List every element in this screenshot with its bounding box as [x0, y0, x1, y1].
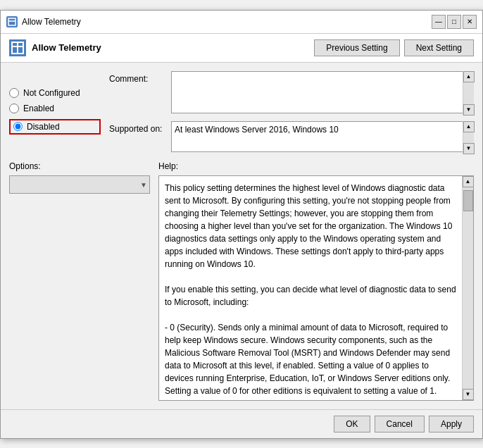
help-label: Help:	[158, 161, 474, 171]
window-icon	[6, 16, 18, 27]
header-title: Allow Telemetry	[32, 42, 101, 53]
options-label: Options:	[9, 161, 150, 171]
disabled-option[interactable]: Disabled	[9, 119, 101, 135]
close-button[interactable]: ✕	[463, 15, 477, 29]
scroll-down-arrow[interactable]: ▼	[463, 104, 475, 116]
svg-rect-0	[8, 18, 15, 25]
title-bar-left: Allow Telemetry	[6, 16, 81, 27]
disabled-label: Disabled	[27, 122, 60, 132]
ok-button[interactable]: OK	[334, 416, 370, 433]
options-dropdown[interactable]	[9, 175, 150, 194]
content-area: Not Configured Enabled Disabled Comment:	[1, 63, 482, 409]
comment-row: Comment: ▲ ▼	[109, 71, 474, 116]
not-configured-label: Not Configured	[23, 88, 80, 98]
not-configured-radio[interactable]	[9, 88, 19, 98]
header-icon	[9, 39, 26, 56]
not-configured-option[interactable]: Not Configured	[9, 88, 101, 98]
disabled-radio[interactable]	[13, 122, 23, 131]
help-scroll-thumb[interactable]	[463, 190, 473, 211]
help-text: This policy setting determines the highe…	[159, 176, 473, 400]
next-setting-button[interactable]: Next Setting	[404, 39, 474, 56]
footer: OK Cancel Apply	[1, 409, 482, 438]
scroll-up-arrow2[interactable]: ▲	[463, 121, 475, 132]
previous-setting-button[interactable]: Previous Setting	[314, 39, 399, 56]
help-scroll-track	[463, 187, 473, 389]
help-text-wrapper: This policy setting determines the highe…	[158, 175, 474, 401]
help-section: Help: This policy setting determines the…	[158, 161, 474, 401]
options-dropdown-wrapper: ▼	[9, 175, 150, 194]
supported-label: Supported on:	[109, 121, 165, 134]
supported-textarea	[171, 121, 474, 152]
window-title: Allow Telemetry	[22, 17, 81, 27]
scroll-track2	[463, 132, 474, 143]
cancel-button[interactable]: Cancel	[375, 416, 425, 433]
comment-wrapper: ▲ ▼	[171, 71, 474, 116]
enabled-label: Enabled	[23, 104, 54, 113]
bottom-section: Options: ▼ Help: This policy setting det…	[9, 161, 474, 401]
scroll-down-arrow2[interactable]: ▼	[463, 143, 475, 154]
scroll-track	[463, 82, 474, 104]
scroll-up-arrow[interactable]: ▲	[463, 71, 475, 82]
header-left: Allow Telemetry	[9, 39, 101, 56]
top-section: Not Configured Enabled Disabled Comment:	[9, 71, 474, 154]
enabled-radio[interactable]	[9, 104, 19, 113]
help-scroll-up[interactable]: ▲	[463, 176, 474, 187]
main-window: Allow Telemetry — □ ✕ Allow Telemetry Pr…	[0, 10, 483, 439]
radio-group: Not Configured Enabled Disabled	[9, 71, 101, 154]
comment-label: Comment:	[109, 71, 165, 84]
header-buttons: Previous Setting Next Setting	[314, 39, 474, 56]
header-bar: Allow Telemetry Previous Setting Next Se…	[1, 34, 482, 63]
comment-textarea[interactable]	[171, 71, 474, 113]
supported-row: Supported on: ▲ ▼	[109, 121, 474, 154]
minimize-button[interactable]: —	[432, 15, 446, 29]
apply-button[interactable]: Apply	[429, 416, 474, 433]
supported-wrapper: ▲ ▼	[171, 121, 474, 154]
maximize-button[interactable]: □	[447, 15, 461, 29]
enabled-option[interactable]: Enabled	[9, 104, 101, 113]
right-section: Comment: ▲ ▼ Supported on:	[109, 71, 474, 154]
window-controls: — □ ✕	[432, 15, 477, 29]
title-bar: Allow Telemetry — □ ✕	[1, 11, 482, 34]
help-scrollbar: ▲ ▼	[462, 176, 473, 400]
options-section: Options: ▼	[9, 161, 150, 401]
comment-scrollbar: ▲ ▼	[463, 71, 474, 116]
supported-scrollbar: ▲ ▼	[463, 121, 474, 154]
help-scroll-down[interactable]: ▼	[463, 389, 474, 400]
